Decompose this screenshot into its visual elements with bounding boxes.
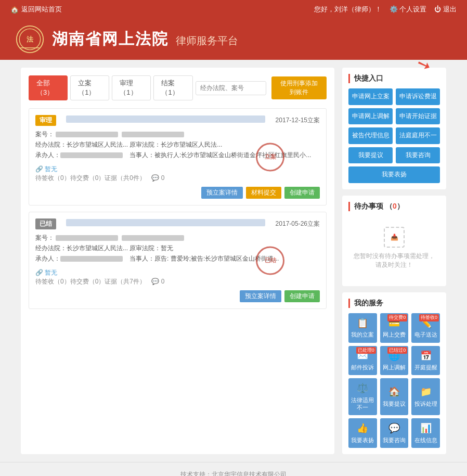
praise-label: 我要表扬: [351, 436, 374, 444]
footer-text: 技术支持：北京华宇信息技术有限公司: [180, 471, 287, 476]
link-text: 暂无: [45, 165, 57, 173]
service-legal-applicable[interactable]: ⚖️ 法律适用不一: [348, 378, 377, 415]
user-greeting: 您好，刘洋（律师）！: [314, 5, 382, 14]
home-link[interactable]: 🏠 返回网站首页: [10, 5, 62, 14]
submit-button[interactable]: 材料提交: [246, 187, 281, 199]
comment-icon: 💬 0: [151, 174, 164, 182]
detail-button[interactable]: 预立案详情: [201, 187, 243, 199]
site-logo: 法: [16, 25, 44, 54]
logout-text: 退出: [443, 5, 457, 13]
tab-closed[interactable]: 结案（1）: [153, 75, 192, 100]
settings-text: 个人设置: [399, 5, 426, 13]
quick-access-panel: 快捷入口 申请网上立案 申请诉讼费退 申请网上调解 申请开始证据 被告代理信息 …: [342, 68, 446, 189]
case-status-badge-2: 已结: [35, 218, 56, 229]
praise-icon: 👍: [357, 422, 368, 434]
service-court-reminder[interactable]: 📅 开庭提醒: [411, 346, 440, 376]
quick-btn-filing[interactable]: 申请网上立案: [348, 88, 393, 105]
stats-text: 待签收（0）待交费（0）证据（共0件）: [35, 174, 146, 182]
stats-text-2: 待签收（0）待交费（0）证据（共7件）: [35, 278, 146, 285]
quick-btn-fee-refund[interactable]: 申请诉讼费退: [396, 88, 440, 105]
case-stats-2: 待签收（0）待交费（0）证据（共7件） 💬 0: [35, 277, 320, 286]
service-recruitment[interactable]: 📊 在线信息: [411, 418, 440, 448]
top-navigation: 🏠 返回网站首页 您好，刘洋（律师）！ ⚙️ 个人设置 ⏻ 退出: [0, 0, 467, 19]
pending-empty-icon: 📥: [384, 227, 405, 248]
case-item: 审理 2017-12-15立案 案号： 经办法院：长沙市望城区人民法... 原审…: [29, 108, 327, 205]
site-title: 湖南省网上法院: [52, 30, 168, 47]
email-badge: 已处理0: [356, 347, 376, 354]
case-tabs: 全部（3） 立案（1） 审理（1） 结案（1） 🔍 使用刑事添加到账件: [29, 75, 327, 100]
case-link-2[interactable]: 🔗 暂无: [35, 269, 57, 276]
stamp-text: 立案: [265, 153, 276, 160]
case-link[interactable]: 🔗 暂无: [35, 165, 57, 173]
pending-empty-text: 您暂时没有待办事项需处理，请及时关注！: [354, 252, 435, 269]
gear-icon: ⚙️: [390, 5, 398, 13]
service-consult[interactable]: 💬 我要咨询: [380, 418, 409, 448]
detail-button-2[interactable]: 预立案详情: [240, 290, 281, 302]
payment-label: 网上交费: [383, 331, 406, 338]
quick-btn-suggestion[interactable]: 我要提议: [348, 147, 393, 164]
case-actions: 预立案详情 材料提交 创建申请: [35, 187, 320, 199]
stamp-text-2: 已结: [265, 257, 276, 264]
quick-btn-agent[interactable]: 被告代理信息: [348, 127, 393, 144]
case-actions-2: 预立案详情 创建申请: [35, 290, 320, 302]
home-icon: 🏠: [10, 6, 19, 14]
legal-label: 法律适用不一: [351, 396, 375, 411]
logout-icon: ⏻: [434, 5, 441, 13]
comment-icon-2: 💬 0: [151, 278, 164, 285]
user-actions: 您好，刘洋（律师）！ ⚙️ 个人设置 ⏻ 退出: [314, 5, 457, 14]
case-title-bar-2: [66, 219, 265, 226]
main-content: 全部（3） 立案（1） 审理（1） 结案（1） 🔍 使用刑事添加到账件 审理 2…: [0, 60, 467, 462]
site-header: 法 湖南省网上法院 律师服务平台: [0, 19, 467, 60]
complaint-icon: 📁: [420, 386, 432, 398]
greeting-text: 您好，刘洋（律师）！: [314, 5, 382, 14]
reminder-icon: 📅: [420, 350, 432, 362]
service-email-complaint[interactable]: ✉️ 邮件投诉 已处理0: [348, 346, 377, 376]
pending-section: 待办事项 （0） 📥 您暂时没有待办事项需处理，请及时关注！: [342, 196, 446, 286]
consult-label: 我要咨询: [383, 436, 406, 444]
service-electronic-delivery[interactable]: ✏️ 电子送达 待签收0: [411, 313, 440, 343]
quick-btn-court[interactable]: 法庭庭用不一: [396, 127, 440, 144]
link-icon: 🔗: [35, 165, 43, 173]
home-link-text: 返回网站首页: [21, 5, 62, 14]
right-panel: ➘ 快捷入口 申请网上立案 申请诉讼费退 申请网上调解 申请开始证据 被告代理信…: [342, 68, 446, 454]
create-button-2[interactable]: 创建申请: [284, 290, 320, 302]
case-stamp: 立案: [256, 143, 284, 171]
service-online-mediation[interactable]: 🌐 网上调解 已结过0: [380, 346, 409, 376]
service-online-payment[interactable]: 💳 网上交费 待交费0: [380, 313, 409, 343]
tab-trial[interactable]: 审理（1）: [112, 75, 151, 100]
handler-blurred: [60, 152, 123, 158]
tab-all[interactable]: 全部（3）: [29, 75, 68, 100]
add-case-button[interactable]: 使用刑事添加到账件: [271, 76, 327, 99]
search-input[interactable]: [196, 82, 266, 94]
legal-icon: ⚖️: [357, 382, 368, 394]
quick-access-grid: 申请网上立案 申请诉讼费退 申请网上调解 申请开始证据 被告代理信息 法庭庭用不…: [348, 88, 440, 183]
service-suggestion[interactable]: 🏠 我要提议: [380, 378, 409, 415]
settings-link[interactable]: ⚙️ 个人设置: [390, 5, 427, 14]
quick-btn-consult[interactable]: 我要咨询: [396, 147, 440, 164]
my-services-title: 我的服务: [348, 299, 440, 308]
email-label: 邮件投诉: [351, 364, 374, 371]
quick-btn-praise[interactable]: 我要表扬: [348, 166, 440, 183]
mediation-badge: 已结过0: [387, 347, 407, 354]
recruitment-label: 在线信息: [414, 436, 437, 444]
service-grid: 📋 我的立案 💳 网上交费 待交费0 ✏️ 电子送达 待签收0 ✉️ 邮件投诉 …: [348, 313, 440, 448]
service-praise[interactable]: 👍 我要表扬: [348, 418, 377, 448]
handler-blurred-2: [60, 256, 123, 262]
case-status-badge: 审理: [35, 115, 56, 126]
case-handler-info-2: 案号：: [35, 234, 320, 242]
pending-empty-state: 📥 您暂时没有待办事项需处理，请及时关注！: [348, 216, 440, 280]
quick-btn-evidence[interactable]: 申请开始证据: [396, 108, 440, 125]
case-header-2: 已结 2017-05-26立案: [35, 218, 320, 229]
quick-btn-mediation[interactable]: 申请网上调解: [348, 108, 393, 125]
service-complaint-handling[interactable]: 📁 投诉处理: [411, 378, 440, 415]
create-button[interactable]: 创建申请: [284, 187, 320, 199]
reminder-label: 开庭提醒: [414, 364, 437, 371]
logout-link[interactable]: ⏻ 退出: [434, 5, 457, 14]
tab-filing[interactable]: 立案（1）: [70, 75, 109, 100]
site-subtitle: 律师服务平台: [176, 35, 238, 46]
case-no-label: 案号：: [35, 131, 54, 138]
suggestion-label: 我要提议: [383, 400, 406, 407]
case-no-blurred-4: [122, 235, 184, 241]
case-no-blurred2: [122, 132, 184, 137]
service-my-filing[interactable]: 📋 我的立案: [348, 313, 377, 343]
